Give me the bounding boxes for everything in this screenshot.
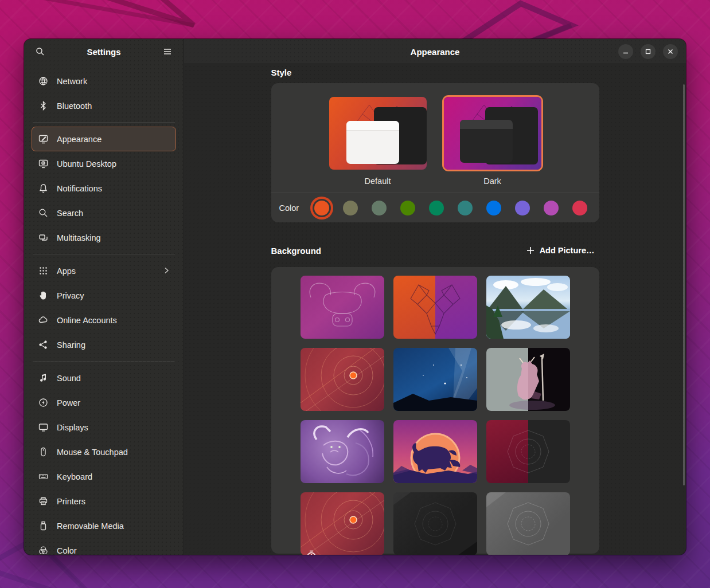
sidebar-item-label: Printers <box>57 497 170 506</box>
background-thumbnail-gray-emblem[interactable] <box>486 492 570 555</box>
sidebar-separator <box>33 361 175 362</box>
appearance-icon <box>38 134 48 144</box>
background-thumbnail-maroon-rings-timed[interactable] <box>301 492 384 555</box>
sidebar-item-bluetooth[interactable]: Bluetooth <box>32 93 176 118</box>
sidebar-item-power[interactable]: Power <box>32 390 176 415</box>
search-icon[interactable] <box>33 44 48 59</box>
background-thumbnail-bull-sunset[interactable] <box>393 420 477 483</box>
background-grid <box>301 276 570 555</box>
sidebar-item-removable-media[interactable]: Removable Media <box>32 513 176 538</box>
sidebar-list: Network Bluetooth Appearance Ubuntu <box>24 64 184 555</box>
preview-front-window <box>346 121 399 164</box>
accent-swatch-sage[interactable] <box>372 201 387 215</box>
power-icon <box>38 398 48 407</box>
sidebar-item-label: Privacy <box>57 291 170 300</box>
sidebar-item-label: Online Accounts <box>57 316 170 325</box>
accent-swatch-viridian[interactable] <box>429 201 444 215</box>
keyboard-icon <box>38 472 48 481</box>
accent-swatch-blue[interactable] <box>486 201 501 215</box>
sidebar-item-displays[interactable]: Displays <box>32 415 176 440</box>
sidebar-item-label: Sharing <box>57 340 170 350</box>
sidebar-item-label: Search <box>57 209 170 218</box>
sidebar-item-label: Apps <box>57 266 154 276</box>
color-icon <box>38 546 48 555</box>
close-button[interactable] <box>663 44 678 59</box>
sidebar-item-label: Power <box>57 398 170 407</box>
sound-icon <box>38 373 48 383</box>
sidebar-item-privacy[interactable]: Privacy <box>32 283 176 308</box>
scrollbar[interactable] <box>683 84 685 485</box>
sidebar-item-label: Displays <box>57 423 170 432</box>
sidebar-item-label: Appearance <box>57 135 170 144</box>
sidebar-item-keyboard[interactable]: Keyboard <box>32 464 176 489</box>
accent-swatch-magenta[interactable] <box>544 201 559 215</box>
sidebar-title: Settings <box>52 47 155 57</box>
preview-front-window <box>460 120 513 163</box>
sidebar-item-search[interactable]: Search <box>32 201 176 225</box>
main-panel: Appearance Style <box>184 39 686 555</box>
sidebar-item-printers[interactable]: Printers <box>32 489 176 513</box>
background-thumbnail-mountain-lake[interactable] <box>486 276 570 339</box>
sidebar-item-sound[interactable]: Sound <box>32 366 176 390</box>
accent-swatch-purple[interactable] <box>515 201 530 215</box>
accent-swatch-red[interactable] <box>572 201 587 215</box>
background-thumbnail-red-black-emblem[interactable] <box>486 420 570 483</box>
removable-media-icon <box>38 521 48 531</box>
sidebar-item-label: Mouse & Touchpad <box>57 448 170 457</box>
sidebar-item-label: Multitasking <box>57 233 170 242</box>
background-thumbnail-beast-art[interactable] <box>301 420 384 483</box>
displays-icon <box>38 422 48 432</box>
default-style-preview[interactable] <box>329 97 427 170</box>
accent-swatch-orange[interactable] <box>314 201 329 215</box>
sidebar-item-label: Sound <box>57 374 170 383</box>
accent-color-row: Color <box>271 193 599 222</box>
background-thumbnail-dark-emblem[interactable] <box>393 492 477 555</box>
network-icon <box>38 76 48 86</box>
online-accounts-icon <box>38 315 48 325</box>
style-option-default[interactable]: Default <box>329 97 427 186</box>
search-icon <box>38 208 48 218</box>
color-row-label: Color <box>279 203 299 213</box>
minimize-button[interactable] <box>618 44 633 59</box>
sidebar-item-label: Network <box>57 77 170 86</box>
sidebar-item-online-accounts[interactable]: Online Accounts <box>32 308 176 332</box>
sidebar-item-label: Ubuntu Desktop <box>57 159 170 168</box>
sidebar-item-appearance[interactable]: Appearance <box>32 127 176 151</box>
accent-swatch-bark[interactable] <box>343 201 358 215</box>
accent-swatch-prussian-green[interactable] <box>458 201 473 215</box>
add-picture-label: Add Picture… <box>540 246 595 255</box>
accent-swatch-olive[interactable] <box>400 201 415 215</box>
background-section-title: Background <box>271 246 322 256</box>
style-card: Default Dark Color <box>271 83 599 222</box>
style-section-title: Style <box>271 68 599 77</box>
style-option-dark[interactable]: Dark <box>444 97 541 186</box>
sidebar: Settings Network Bluetooth <box>24 39 184 555</box>
sidebar-item-label: Notifications <box>57 184 170 193</box>
sidebar-item-sharing[interactable]: Sharing <box>32 332 176 357</box>
multitasking-icon <box>38 233 48 242</box>
sidebar-item-mouse-touchpad[interactable]: Mouse & Touchpad <box>32 440 176 464</box>
background-thumbnail-maroon-rings[interactable] <box>301 348 384 411</box>
accent-swatches <box>314 201 587 215</box>
sidebar-item-label: Color <box>57 546 170 555</box>
sidebar-item-apps[interactable]: Apps <box>32 258 176 283</box>
sidebar-item-multitasking[interactable]: Multitasking <box>32 225 176 250</box>
dark-style-preview[interactable] <box>444 97 541 170</box>
sidebar-item-notifications[interactable]: Notifications <box>32 176 176 201</box>
maximize-button[interactable] <box>641 44 656 59</box>
sidebar-headerbar: Settings <box>24 39 184 64</box>
sidebar-item-ubuntu-desktop[interactable]: Ubuntu Desktop <box>32 151 176 176</box>
appearance-content: Style Default <box>184 65 686 555</box>
background-thumbnail-night-sky[interactable] <box>393 348 477 411</box>
ubuntu-desktop-icon <box>38 159 48 168</box>
sidebar-item-label: Bluetooth <box>57 101 170 111</box>
menu-icon[interactable] <box>160 44 175 59</box>
sidebar-item-color[interactable]: Color <box>32 538 176 555</box>
headerbar[interactable]: Appearance <box>184 39 686 64</box>
sidebar-item-network[interactable]: Network <box>32 69 176 93</box>
background-thumbnail-geometric-bull[interactable] <box>393 276 477 339</box>
background-thumbnail-purple-bull[interactable] <box>301 276 384 339</box>
bluetooth-icon <box>38 101 48 111</box>
background-thumbnail-satyr[interactable] <box>486 348 570 411</box>
add-picture-button[interactable]: Add Picture… <box>522 243 599 258</box>
